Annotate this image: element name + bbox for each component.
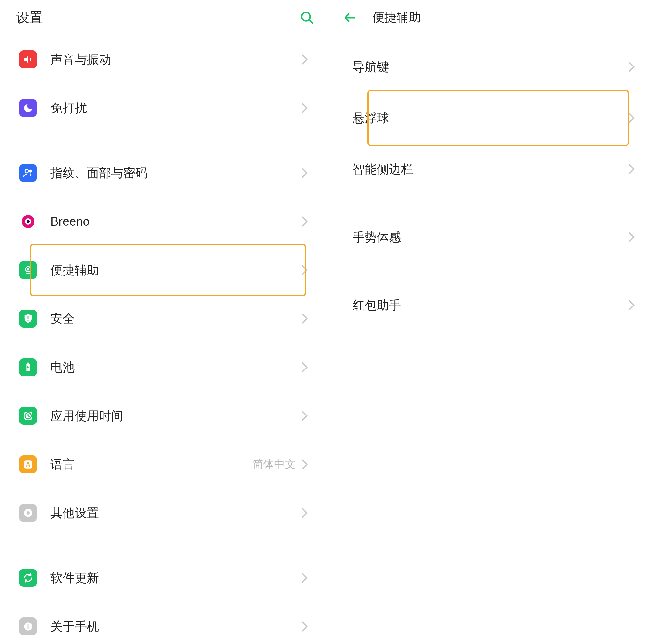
item-label: 手势体感 bbox=[353, 229, 628, 246]
settings-header: 设置 bbox=[0, 0, 327, 35]
settings-item-assist[interactable]: 便捷辅助 bbox=[19, 246, 308, 294]
settings-panel: 设置 声音与振动免打扰指纹、面部与密码Breeno便捷辅助安全电池应用使用时间A… bbox=[0, 0, 327, 644]
chevron-right-icon bbox=[301, 459, 308, 470]
item-value: 简体中文 bbox=[252, 457, 296, 472]
chevron-right-icon bbox=[301, 216, 308, 227]
settings-item-about[interactable]: 关于手机 bbox=[19, 602, 308, 644]
item-label: 应用使用时间 bbox=[50, 408, 301, 424]
svg-point-2 bbox=[25, 169, 28, 173]
chevron-right-icon bbox=[301, 410, 308, 421]
item-label: 安全 bbox=[50, 310, 301, 327]
svg-point-5 bbox=[26, 220, 30, 223]
item-label: 指纹、面部与密码 bbox=[50, 165, 301, 181]
chevron-right-icon bbox=[628, 300, 635, 310]
app-usage-icon bbox=[19, 407, 37, 425]
breeno-icon bbox=[19, 212, 37, 230]
assist-item-gesture[interactable]: 手势体感 bbox=[353, 212, 635, 263]
chevron-right-icon bbox=[301, 264, 308, 276]
item-label: Breeno bbox=[50, 215, 301, 229]
assist-item-smart-side[interactable]: 智能侧边栏 bbox=[353, 143, 635, 194]
assist-item-red-packet[interactable]: 红包助手 bbox=[353, 280, 635, 331]
biometrics-icon bbox=[19, 164, 37, 182]
item-label: 关于手机 bbox=[50, 618, 301, 635]
settings-item-other[interactable]: 其他设置 bbox=[19, 489, 308, 537]
header-separator bbox=[363, 12, 363, 23]
svg-point-15 bbox=[26, 511, 30, 514]
settings-item-dnd[interactable]: 免打扰 bbox=[19, 84, 308, 132]
chevron-right-icon bbox=[301, 313, 308, 324]
separator bbox=[353, 271, 635, 271]
chevron-right-icon bbox=[301, 167, 308, 178]
settings-list: 声音与振动免打扰指纹、面部与密码Breeno便捷辅助安全电池应用使用时间A语言简… bbox=[0, 35, 327, 644]
separator bbox=[19, 547, 308, 547]
settings-item-biometrics[interactable]: 指纹、面部与密码 bbox=[19, 148, 308, 197]
settings-item-breeno[interactable]: Breeno bbox=[19, 197, 308, 246]
search-icon[interactable] bbox=[299, 10, 314, 25]
security-icon bbox=[19, 310, 37, 328]
settings-item-language[interactable]: A语言简体中文 bbox=[19, 440, 308, 489]
settings-item-battery[interactable]: 电池 bbox=[19, 343, 308, 392]
item-label: 导航键 bbox=[353, 59, 628, 75]
update-icon bbox=[19, 569, 37, 587]
settings-item-security[interactable]: 安全 bbox=[19, 294, 308, 343]
settings-item-update[interactable]: 软件更新 bbox=[19, 554, 308, 602]
page-title: 便捷辅助 bbox=[372, 9, 421, 26]
svg-line-1 bbox=[309, 20, 312, 23]
chevron-right-icon bbox=[301, 102, 308, 113]
chevron-right-icon bbox=[628, 113, 635, 123]
svg-text:A: A bbox=[26, 461, 30, 468]
about-icon bbox=[19, 618, 37, 635]
other-icon bbox=[19, 504, 37, 522]
item-label: 语言 bbox=[50, 456, 252, 473]
item-label: 免打扰 bbox=[50, 100, 301, 116]
dnd-icon bbox=[19, 99, 37, 117]
assist-icon bbox=[19, 261, 37, 279]
assist-panel: 便捷辅助 导航键悬浮球智能侧边栏手势体感红包助手 bbox=[327, 0, 654, 644]
chevron-right-icon bbox=[301, 362, 308, 373]
chevron-right-icon bbox=[301, 54, 308, 65]
item-label: 悬浮球 bbox=[353, 110, 628, 126]
assist-header: 便捷辅助 bbox=[327, 0, 654, 35]
chevron-right-icon bbox=[628, 164, 635, 175]
svg-point-7 bbox=[27, 268, 29, 270]
sound-icon bbox=[19, 50, 37, 68]
item-label: 软件更新 bbox=[50, 570, 301, 586]
settings-item-sound[interactable]: 声音与振动 bbox=[19, 35, 308, 84]
svg-rect-9 bbox=[27, 363, 29, 364]
assist-item-float-ball[interactable]: 悬浮球 bbox=[353, 92, 635, 143]
chevron-right-icon bbox=[301, 508, 308, 519]
chevron-right-icon bbox=[301, 621, 308, 632]
page-title: 设置 bbox=[16, 9, 299, 26]
assist-item-nav-keys[interactable]: 导航键 bbox=[353, 41, 635, 92]
item-label: 红包助手 bbox=[353, 297, 628, 314]
back-icon[interactable] bbox=[343, 10, 357, 25]
chevron-right-icon bbox=[301, 572, 308, 583]
item-label: 电池 bbox=[50, 359, 301, 375]
svg-point-3 bbox=[29, 170, 31, 172]
item-label: 智能侧边栏 bbox=[353, 161, 628, 177]
item-label: 其他设置 bbox=[50, 505, 301, 521]
separator bbox=[353, 203, 635, 203]
svg-rect-18 bbox=[28, 624, 29, 625]
chevron-right-icon bbox=[628, 232, 635, 243]
assist-list: 导航键悬浮球智能侧边栏手势体感红包助手 bbox=[327, 41, 654, 339]
language-icon: A bbox=[19, 456, 37, 473]
svg-rect-17 bbox=[28, 625, 29, 629]
settings-item-app-usage[interactable]: 应用使用时间 bbox=[19, 392, 308, 440]
chevron-right-icon bbox=[628, 61, 635, 72]
item-label: 便捷辅助 bbox=[50, 262, 301, 278]
item-label: 声音与振动 bbox=[50, 51, 301, 68]
battery-icon bbox=[19, 358, 37, 376]
